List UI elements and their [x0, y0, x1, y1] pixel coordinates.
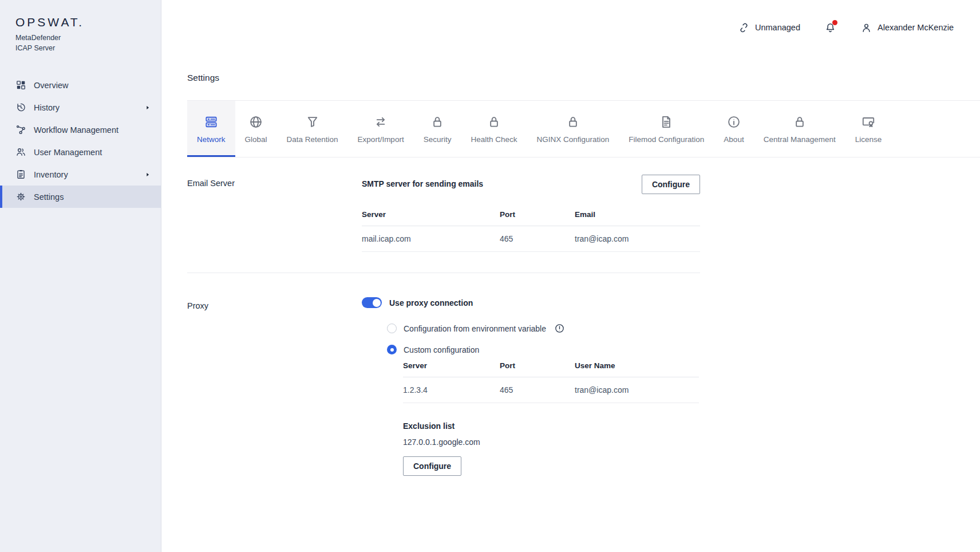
sidebar-item-label: History — [34, 103, 60, 112]
info-circle-icon — [726, 115, 741, 129]
chevron-right-icon — [145, 172, 151, 178]
smtp-port-value: 465 — [500, 226, 575, 252]
person-icon — [860, 22, 872, 34]
proxy-section: Proxy Use proxy connection Configuration… — [187, 297, 700, 476]
tab-data-retention[interactable]: Data Retention — [277, 101, 348, 157]
tab-label: Filemod Configuration — [629, 135, 704, 144]
smtp-server-value: mail.icap.com — [362, 226, 500, 252]
tab-license[interactable]: License — [845, 101, 892, 157]
sidebar-item-workflow-management[interactable]: Workflow Management — [0, 119, 161, 141]
proxy-col-port: Port — [500, 361, 575, 377]
exclusion-list-label: Exclusion list — [403, 421, 700, 431]
managed-status[interactable]: Unmanaged — [738, 22, 800, 34]
settings-sections: Email Server SMTP server for sending ema… — [187, 175, 700, 476]
email-server-section-label: Email Server — [187, 175, 362, 252]
smtp-table: Server Port Email mail.icap.com 465 tran… — [362, 210, 700, 252]
tab-filemod-configuration[interactable]: Filemod Configuration — [619, 101, 714, 157]
settings-content: Settings Network — [161, 55, 980, 476]
custom-configuration-label: Custom configuration — [404, 345, 479, 354]
env-variable-label: Configuration from environment variable — [404, 324, 546, 333]
broken-link-icon — [738, 22, 750, 34]
use-proxy-label: Use proxy connection — [389, 298, 473, 307]
sidebar-item-overview[interactable]: Overview — [0, 74, 161, 96]
sidebar-item-user-management[interactable]: User Management — [0, 141, 161, 163]
smtp-email-value: tran@icap.com — [575, 226, 700, 252]
certificate-icon — [861, 115, 876, 129]
tab-label: Security — [424, 135, 452, 144]
tab-label: Central Management — [764, 135, 836, 144]
custom-configuration-radio[interactable] — [387, 345, 397, 354]
sidebar-item-label: Inventory — [34, 170, 68, 179]
lock-icon — [430, 115, 445, 129]
notification-dot — [832, 20, 837, 25]
tab-label: Network — [197, 135, 226, 144]
smtp-col-email: Email — [575, 210, 700, 226]
tab-health-check[interactable]: Health Check — [461, 101, 527, 157]
tab-central-management[interactable]: Central Management — [754, 101, 845, 157]
page-title: Settings — [187, 73, 980, 83]
proxy-username-value: tran@icap.com — [575, 377, 699, 403]
tab-label: Global — [245, 135, 267, 144]
sidebar: OPSWAT. MetaDefender ICAP Server Overvie… — [0, 0, 161, 552]
proxy-col-server: Server — [403, 361, 500, 377]
lock-icon — [792, 115, 807, 129]
user-menu[interactable]: Alexander McKenzie — [860, 22, 954, 34]
tab-network[interactable]: Network — [187, 101, 235, 157]
tab-global[interactable]: Global — [235, 101, 277, 157]
grid-icon — [15, 80, 26, 90]
tab-label: Export/Import — [358, 135, 404, 144]
sidebar-item-label: Workflow Management — [34, 125, 118, 135]
sidebar-item-label: User Management — [34, 148, 102, 157]
workflow-icon — [15, 124, 26, 135]
proxy-section-label: Proxy — [187, 297, 362, 476]
server-icon — [204, 115, 219, 129]
sidebar-item-inventory[interactable]: Inventory — [0, 163, 161, 186]
app-window: OPSWAT. MetaDefender ICAP Server Overvie… — [0, 0, 980, 552]
email-server-section: Email Server SMTP server for sending ema… — [187, 175, 700, 252]
info-tooltip-icon[interactable] — [554, 323, 565, 334]
proxy-col-username: User Name — [575, 361, 699, 377]
brand-product: MetaDefender — [15, 33, 161, 44]
top-header: Unmanaged Alexander McK — [161, 0, 980, 55]
email-configure-button[interactable]: Configure — [642, 175, 700, 194]
proxy-port-value: 465 — [500, 377, 575, 403]
brand-wordmark: OPSWAT. — [15, 15, 161, 29]
tab-label: About — [724, 135, 744, 144]
brand-logo: OPSWAT. MetaDefender ICAP Server — [0, 15, 161, 53]
transfer-arrows-icon — [373, 115, 388, 129]
tab-export-import[interactable]: Export/Import — [348, 101, 414, 157]
sidebar-item-history[interactable]: History — [0, 96, 161, 119]
lock-icon — [487, 115, 501, 129]
exclusion-list-value: 127.0.0.1.google.com — [403, 437, 700, 447]
users-icon — [15, 147, 26, 157]
clipboard-icon — [15, 169, 26, 180]
globe-icon — [248, 115, 263, 129]
sidebar-item-label: Settings — [34, 192, 64, 202]
sidebar-nav: Overview History — [0, 74, 161, 208]
lock-icon — [566, 115, 580, 129]
funnel-icon — [305, 115, 320, 129]
proxy-table: Server Port User Name 1.2.3.4 465 tran@i… — [403, 361, 699, 403]
document-icon — [659, 115, 674, 129]
user-name: Alexander McKenzie — [878, 23, 954, 32]
smtp-col-server: Server — [362, 210, 500, 226]
sidebar-item-settings[interactable]: Settings — [0, 186, 161, 208]
sidebar-item-label: Overview — [34, 81, 68, 90]
env-variable-radio[interactable] — [387, 324, 397, 333]
smtp-col-port: Port — [500, 210, 575, 226]
use-proxy-toggle[interactable] — [362, 297, 382, 308]
tab-label: License — [855, 135, 882, 144]
section-divider — [187, 273, 700, 273]
gear-icon — [15, 191, 26, 202]
notifications-button[interactable] — [824, 22, 836, 34]
tab-security[interactable]: Security — [414, 101, 461, 157]
history-icon — [15, 102, 26, 113]
settings-tabs: Network Global — [187, 100, 980, 157]
main-area: Unmanaged Alexander McK — [161, 0, 980, 552]
tab-label: NGINX Configuration — [536, 135, 609, 144]
chevron-right-icon — [145, 105, 151, 111]
tab-about[interactable]: About — [714, 101, 753, 157]
proxy-configure-button[interactable]: Configure — [403, 456, 461, 476]
tab-nginx-configuration[interactable]: NGINX Configuration — [527, 101, 619, 157]
tab-label: Health Check — [471, 135, 517, 144]
